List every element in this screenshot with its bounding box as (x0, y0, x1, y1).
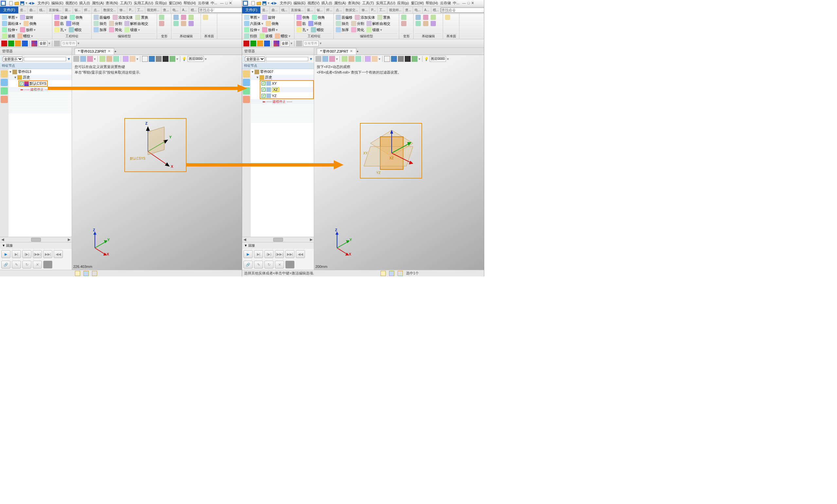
filter-funnel-icon[interactable]: ▼ (309, 57, 313, 61)
view-cube-icon[interactable] (243, 70, 250, 77)
vtool-icon[interactable] (100, 56, 105, 62)
menu-file[interactable]: 文件(F) (37, 1, 50, 5)
rtab[interactable]: 直接编... (47, 7, 63, 13)
tree-plane-xy[interactable]: XY (272, 82, 277, 85)
rtab[interactable]: 曲... (28, 7, 37, 13)
new-icon[interactable] (9, 1, 13, 5)
layers-icon[interactable] (1, 79, 8, 86)
save-icon[interactable] (262, 1, 267, 5)
tool-icon[interactable] (1, 40, 7, 47)
file-tab[interactable]: 文件(F) (0, 6, 18, 13)
new-icon[interactable] (251, 1, 255, 5)
ff-button[interactable]: (▶) (264, 250, 273, 258)
edit-button[interactable]: ✎ (254, 261, 263, 269)
vtool-icon[interactable] (149, 56, 155, 62)
tree-hscroll[interactable]: ◀▶ (242, 237, 314, 242)
skip-button[interactable]: (▶▶) (275, 250, 284, 258)
link-button[interactable]: 🔗 (244, 261, 253, 269)
rtab[interactable]: 修... (118, 7, 127, 13)
close-tab-icon[interactable]: ✕ (108, 49, 111, 54)
open-icon[interactable] (14, 1, 19, 5)
stop-button[interactable] (285, 261, 295, 269)
rtab[interactable]: 线... (38, 7, 47, 13)
menu-query[interactable]: 查询(N) (105, 1, 119, 5)
viewport-3d[interactable]: * 零件007.Z3PRT✕ + ▾ ▾ (314, 48, 484, 270)
vtool-icon[interactable] (170, 56, 175, 62)
close-icon[interactable]: ✕ (229, 1, 232, 5)
add-tab[interactable]: + (356, 49, 358, 53)
rtab[interactable]: A... (181, 7, 189, 13)
sb-icon[interactable] (75, 271, 80, 276)
tree-history[interactable]: 历史 (23, 75, 30, 80)
tree-csys[interactable]: 默认CSYS (30, 81, 47, 86)
checkbox-icon[interactable]: ✓ (262, 94, 265, 98)
rtab[interactable]: 焊... (83, 7, 92, 13)
tree-hscroll[interactable]: ◀▶ (0, 237, 72, 242)
menu-edit[interactable]: 编辑(E) (50, 1, 65, 5)
filter-only[interactable]: 仅有零件 (61, 40, 76, 47)
close-tab-icon[interactable]: ✕ (350, 49, 353, 54)
menu-cloud[interactable]: 云存储 (197, 1, 210, 5)
viewport-3d[interactable]: * 零件013.Z3PRT✕ + ▾ ▾ (72, 48, 242, 270)
rtab[interactable]: 钣... (73, 7, 83, 13)
filter-funnel-icon[interactable]: ▼ (67, 57, 71, 61)
cylinder-button[interactable]: 圆柱体▾ (1, 21, 22, 26)
add-tab[interactable]: + (114, 49, 116, 53)
vtool-icon[interactable] (106, 56, 112, 62)
vtool-icon[interactable] (163, 56, 168, 62)
menu-attr[interactable]: 属性(A) (91, 1, 105, 5)
chamfer-button[interactable]: 倒角 (23, 21, 37, 26)
delete-button[interactable]: ✕ (275, 261, 284, 269)
loft-button[interactable]: 放样▾ (19, 27, 36, 33)
rtab[interactable]: 视觉样... (145, 7, 161, 13)
feature-tree[interactable]: ▾零件013 ▾历史 ✓默认CSYS ⬅----- 建模停止 ----- (8, 69, 72, 237)
tree-plane-yz[interactable]: YZ (272, 94, 277, 98)
sb-icon[interactable] (397, 271, 403, 276)
rtab[interactable]: P... (127, 7, 136, 13)
checkbox-icon[interactable]: ✓ (20, 82, 23, 86)
sb-icon[interactable] (84, 271, 89, 276)
rewind-button[interactable]: ◀◀ (54, 250, 63, 258)
sb-icon[interactable] (389, 271, 394, 276)
tool-icon[interactable] (22, 40, 28, 47)
revolve-button[interactable]: 旋转 (19, 14, 34, 20)
tree-root[interactable]: 零件007 (260, 69, 273, 74)
filter-input[interactable] (266, 57, 308, 61)
menu-util[interactable]: 实用工具(U) (133, 1, 154, 5)
vtool-icon[interactable] (129, 56, 136, 62)
sb-icon[interactable] (380, 271, 386, 276)
menu-help[interactable]: 帮助(H) (182, 1, 197, 5)
vtool-icon[interactable] (142, 56, 148, 62)
sketch-button[interactable]: 草图▾ (1, 14, 18, 20)
tool-icon[interactable] (15, 40, 21, 47)
min-icon[interactable]: — (220, 1, 224, 5)
vtool-icon[interactable] (73, 56, 79, 62)
extrude-button[interactable]: 拉伸▾ (1, 27, 18, 33)
vtool-icon[interactable] (123, 56, 129, 62)
rtab[interactable]: 模... (189, 7, 199, 13)
show-select[interactable]: 全部显示 (245, 57, 265, 61)
rtab[interactable]: 点... (92, 7, 102, 13)
checkbox-icon[interactable]: ✓ (262, 82, 265, 85)
refresh-button[interactable]: ↻ (22, 261, 31, 269)
rtab[interactable]: 工... (136, 7, 145, 13)
thread-button[interactable]: 螺纹▾ (17, 33, 34, 39)
next-button[interactable]: ▶| (12, 250, 21, 258)
delete-button[interactable]: ✕ (33, 261, 42, 269)
layer-combo[interactable]: 图层0000 (430, 56, 446, 62)
rewind-button[interactable]: ◀◀ (296, 250, 305, 258)
user-icon[interactable] (243, 96, 250, 103)
document-tab[interactable]: * 零件007.Z3PRT✕ (317, 48, 356, 55)
file-tab[interactable]: 文件(F) (242, 6, 261, 13)
menu-insert[interactable]: 插入(I) (78, 1, 91, 5)
refresh-button[interactable]: ↻ (264, 261, 273, 269)
user-icon[interactable] (1, 96, 8, 103)
vtool-icon[interactable] (80, 56, 86, 62)
end-button[interactable]: ▶▶| (285, 250, 295, 258)
tree-root[interactable]: 零件013 (18, 69, 31, 74)
next-button[interactable]: ▶| (254, 250, 263, 258)
save-icon[interactable] (20, 1, 24, 5)
layer-combo[interactable]: 图层0000 (188, 56, 204, 62)
menu-more[interactable]: 中... (210, 1, 218, 5)
end-button[interactable]: ▶▶| (43, 250, 52, 258)
